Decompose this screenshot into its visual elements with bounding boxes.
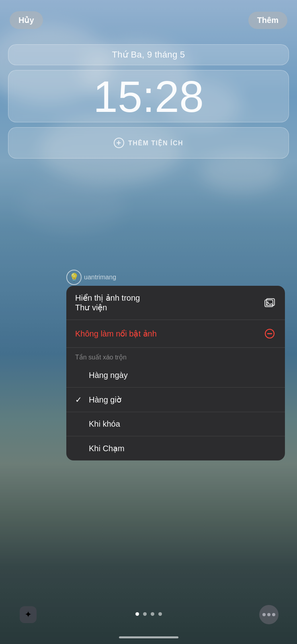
show-library-line2: Thư viện [75,303,140,312]
remove-circle-icon [263,327,276,340]
date-widget: Thứ Ba, 9 tháng 5 [8,44,289,65]
menu-section-no-feature: Không làm nổi bật ảnh [66,320,285,348]
add-widget-label: THÊM TIỆN ÍCH [128,139,183,147]
svg-point-2 [267,301,268,303]
ellipsis-icon [259,605,279,624]
page-dot-3 [151,612,154,616]
watermark-text: uantrimang [84,274,116,281]
on-lock-label: Khi khóa [89,419,120,429]
page-indicators [135,612,162,616]
lightbulb-icon: 💡 [66,270,82,285]
page-dot-4 [158,612,162,616]
customize-button[interactable]: ✦ [16,603,40,627]
menu-item-hourly[interactable]: ✓ Hàng giờ [66,388,285,412]
menu-item-on-lock[interactable]: Khi khóa [66,412,285,436]
more-options-button[interactable] [257,603,281,627]
hourly-checkmark: ✓ [75,395,84,405]
menu-item-on-tap[interactable]: Khi Chạm [66,436,285,460]
menu-item-daily[interactable]: Hàng ngày [66,363,285,388]
menu-item-show-library[interactable]: Hiển thị ảnh trong Thư viện [66,286,285,320]
time-text: 15:28 [93,71,204,122]
widgets-area: Thứ Ba, 9 tháng 5 15:28 + THÊM TIỆN ÍCH [8,44,289,159]
add-widget-button[interactable]: + THÊM TIỆN ÍCH [8,127,289,159]
watermark: 💡 uantrimang [66,270,116,285]
menu-item-no-feature[interactable]: Không làm nổi bật ảnh [66,320,285,347]
no-feature-label: Không làm nổi bật ảnh [75,329,157,339]
menu-section-library: Hiển thị ảnh trong Thư viện [66,286,285,320]
photo-library-icon [263,296,276,309]
menu-section-frequency: Tần suất xáo trộn Hàng ngày ✓ Hàng giờ K… [66,348,285,460]
cancel-button[interactable]: Hủy [10,11,43,29]
hourly-label: Hàng giờ [89,395,121,405]
page-dot-2 [143,612,147,616]
bottom-controls: ✦ [0,599,297,633]
on-tap-label: Khi Chạm [89,444,125,453]
time-widget: 15:28 [8,70,289,122]
daily-label: Hàng ngày [89,371,128,380]
plus-icon: + [114,138,124,148]
page-dot-1 [135,612,139,616]
bottom-bar: ✦ [0,599,297,644]
context-menu: Hiển thị ảnh trong Thư viện Không làm nổ… [66,286,285,460]
date-text: Thứ Ba, 9 tháng 5 [112,50,185,60]
show-library-line1: Hiển thị ảnh trong [75,293,140,303]
home-indicator [119,636,178,638]
top-bar: Hủy Thêm [0,0,297,29]
add-button[interactable]: Thêm [248,12,287,29]
frequency-section-label: Tần suất xáo trộn [66,348,285,363]
